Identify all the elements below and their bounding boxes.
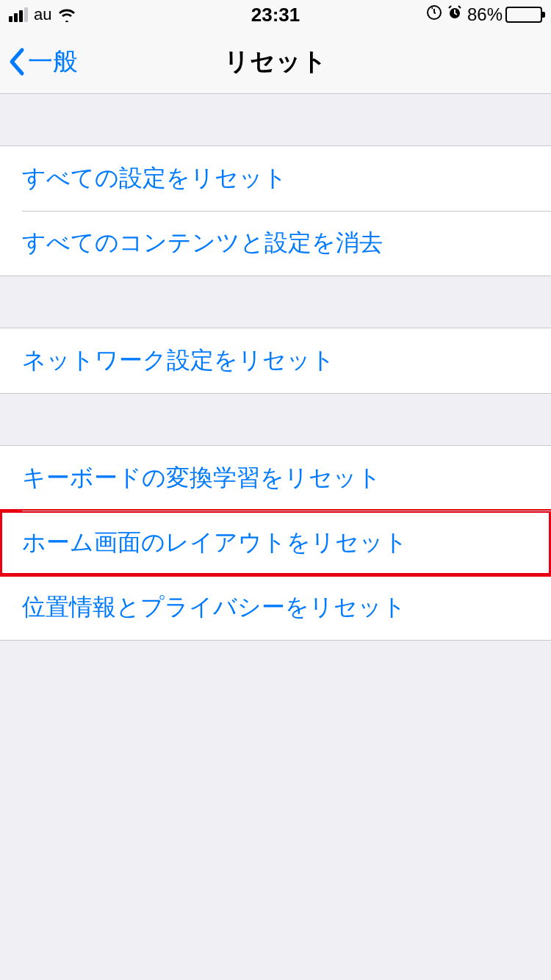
- back-button[interactable]: 一般: [0, 45, 78, 79]
- alarm-icon: [447, 4, 463, 25]
- row-label: すべての設定をリセット: [22, 162, 287, 195]
- status-left: au: [9, 5, 76, 24]
- reset-all-settings[interactable]: すべての設定をリセット: [0, 146, 551, 211]
- row-label: 位置情報とプライバシーをリセット: [22, 591, 406, 624]
- settings-group: ネットワーク設定をリセット: [0, 328, 551, 394]
- battery-percent: 86%: [467, 4, 503, 25]
- wifi-icon: [57, 7, 76, 22]
- battery-icon: [505, 7, 542, 23]
- erase-all-content[interactable]: すべてのコンテンツと設定を消去: [0, 211, 551, 275]
- status-bar: au 23:31 86%: [0, 0, 551, 29]
- settings-list: すべての設定をリセットすべてのコンテンツと設定を消去ネットワーク設定をリセットキ…: [0, 145, 551, 641]
- row-label: キーボードの変換学習をリセット: [22, 462, 381, 494]
- chevron-left-icon: [7, 47, 25, 76]
- row-label: ホーム画面のレイアウトをリセット: [22, 527, 408, 559]
- settings-group: キーボードの変換学習をリセットホーム画面のレイアウトをリセット位置情報とプライバ…: [0, 445, 551, 641]
- cellular-signal-icon: [9, 7, 28, 22]
- settings-group: すべての設定をリセットすべてのコンテンツと設定を消去: [0, 145, 551, 276]
- nav-bar: 一般 リセット: [0, 29, 551, 94]
- reset-home-layout[interactable]: ホーム画面のレイアウトをリセット: [0, 511, 551, 575]
- reset-location-privacy[interactable]: 位置情報とプライバシーをリセット: [0, 575, 551, 640]
- status-right: 86%: [426, 4, 542, 25]
- status-time: 23:31: [251, 4, 300, 26]
- rotation-lock-icon: [426, 4, 442, 25]
- page-title: リセット: [224, 45, 327, 79]
- battery-indicator: 86%: [467, 4, 542, 25]
- reset-network-settings[interactable]: ネットワーク設定をリセット: [0, 328, 551, 393]
- back-label: 一般: [28, 45, 78, 79]
- carrier-label: au: [34, 5, 51, 24]
- reset-keyboard-dictionary[interactable]: キーボードの変換学習をリセット: [0, 446, 551, 511]
- row-label: ネットワーク設定をリセット: [22, 345, 335, 377]
- row-label: すべてのコンテンツと設定を消去: [22, 227, 383, 259]
